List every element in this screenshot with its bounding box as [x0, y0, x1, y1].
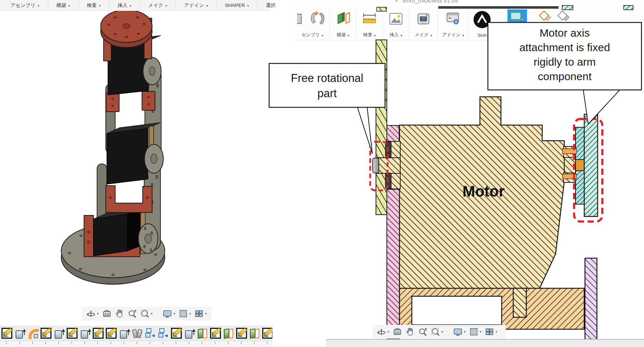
- motor-body: [400, 97, 564, 289]
- pan-icon[interactable]: [405, 327, 415, 336]
- menu-item[interactable]: 検査: [78, 0, 109, 11]
- grid-and-snaps-icon[interactable]: [469, 327, 478, 336]
- menu-item[interactable]: アセンブリ: [2, 0, 48, 11]
- window-zoom-icon[interactable]: [140, 309, 150, 318]
- servo-middle: [107, 128, 148, 184]
- timeline-feature[interactable]: [118, 326, 131, 341]
- timeline-feature-icon: [249, 328, 260, 339]
- look-at-icon[interactable]: [393, 327, 402, 336]
- timeline-feature[interactable]: [183, 326, 196, 341]
- timeline-feature[interactable]: [105, 326, 118, 341]
- svg-text:±: ±: [134, 309, 136, 313]
- surface-stitch-icon: [556, 9, 572, 25]
- free-bearing-cap: [373, 158, 379, 173]
- chevron-down-icon[interactable]: ▾: [97, 312, 99, 315]
- timeline-feature[interactable]: [261, 326, 272, 341]
- timeline-feature[interactable]: [92, 326, 105, 341]
- timeline-feature[interactable]: [248, 326, 261, 341]
- axis-hub: [576, 127, 585, 204]
- timeline-feature[interactable]: [157, 326, 170, 341]
- timeline-feature[interactable]: [39, 326, 53, 341]
- chevron-down-icon[interactable]: ▾: [205, 312, 207, 315]
- chevron-down-icon[interactable]: ▾: [480, 330, 482, 334]
- cross-section-canvas[interactable]: Free rotational part Motor axis attachme…: [268, 0, 644, 347]
- timeline-feature[interactable]: [131, 326, 144, 341]
- timeline-feature-icon: [223, 328, 234, 339]
- svg-text:>-: >-: [448, 16, 452, 20]
- timeline-feature[interactable]: [196, 326, 209, 341]
- timeline-feature[interactable]: [13, 326, 26, 341]
- svg-text:attachment is fixed: attachment is fixed: [519, 41, 610, 53]
- chevron-down-icon[interactable]: ▾: [151, 312, 153, 315]
- chevron-down-icon[interactable]: ▾: [388, 330, 389, 334]
- menu-item[interactable]: メイク: [139, 0, 175, 11]
- mid-servo-bracket: [106, 186, 152, 212]
- timeline-feature[interactable]: [66, 326, 79, 341]
- servo-bottom: [93, 214, 127, 256]
- timeline-feature[interactable]: [209, 326, 222, 341]
- highlight-axis-attachment: [574, 119, 602, 222]
- robot-arm-model[interactable]: [54, 7, 174, 312]
- viewports-icon[interactable]: [485, 327, 494, 336]
- surface-stitch-tool[interactable]: [554, 6, 573, 40]
- view-nav-toolbar-left: ▾ ± ▾ ▾ ▾ ▾: [82, 307, 212, 321]
- menu-item[interactable]: 挿入: [109, 0, 140, 11]
- menu-item[interactable]: 構築: [48, 0, 79, 11]
- chevron-down-icon: [320, 33, 323, 38]
- chevron-down-icon: [399, 33, 402, 38]
- timeline-feature[interactable]: [26, 326, 39, 341]
- chevron-down-icon[interactable]: ▾: [464, 330, 466, 334]
- orbit-icon[interactable]: [86, 309, 96, 318]
- zoom-icon[interactable]: ±: [418, 327, 427, 336]
- motor-label: Motor: [463, 183, 505, 200]
- timeline-feature[interactable]: [79, 326, 92, 341]
- chevron-down-icon: [163, 3, 167, 8]
- chevron-down-icon[interactable]: ▾: [442, 330, 443, 334]
- screw-upper: [563, 149, 577, 154]
- solid-box-icon: [297, 14, 301, 24]
- timeline-feature[interactable]: [53, 326, 66, 341]
- chevron-down-icon[interactable]: ▾: [173, 312, 175, 315]
- timeline-feature-icon: [210, 328, 221, 339]
- timeline-feature-icon: [132, 328, 143, 339]
- document-tab[interactable]: ▼5mm_thickness v1.05: [395, 0, 518, 6]
- menu-item[interactable]: SHAPER: [216, 0, 257, 11]
- toolbar-group-construct[interactable]: 構築: [330, 6, 356, 40]
- chevron-down-icon[interactable]: ▾: [495, 330, 497, 334]
- timeline-feature[interactable]: [235, 326, 248, 341]
- callout-free-line2: part: [317, 87, 337, 100]
- svg-text:±: ±: [425, 327, 427, 331]
- orbit-icon[interactable]: [377, 327, 386, 336]
- shaper-utility-icon: [473, 10, 492, 29]
- timeline-feature[interactable]: [144, 326, 157, 341]
- timeline-feature-icon: [67, 328, 78, 339]
- surface-patch-tool[interactable]: [535, 6, 554, 40]
- display-settings-icon[interactable]: [453, 327, 463, 336]
- look-at-icon[interactable]: [102, 309, 112, 318]
- timeline-ruler[interactable]: [0, 341, 272, 347]
- callout-pointer: [583, 89, 620, 124]
- toolbar-group-addins[interactable]: >- アドイン: [438, 6, 468, 40]
- timeline-feature-icon: [158, 328, 169, 339]
- active-selection-tool[interactable]: [506, 6, 529, 40]
- timeline-feature[interactable]: [0, 326, 13, 341]
- viewports-icon[interactable]: [194, 309, 204, 318]
- timeline-feature[interactable]: [222, 326, 235, 341]
- timeline-feature[interactable]: [170, 326, 183, 341]
- zoom-icon[interactable]: ±: [127, 309, 137, 318]
- toolbar-group-make[interactable]: メイク: [409, 6, 438, 40]
- toolbar-group-shaper[interactable]: SHA: [469, 6, 495, 40]
- display-settings-icon[interactable]: [163, 309, 172, 318]
- menu-item[interactable]: アドイン: [175, 0, 216, 11]
- chevron-down-icon[interactable]: ▾: [189, 312, 191, 315]
- grid-and-snaps-icon[interactable]: [179, 309, 188, 318]
- menu-item[interactable]: 選択: [257, 0, 284, 11]
- timeline-feature-icon: [106, 328, 117, 339]
- window-zoom-icon[interactable]: [431, 327, 440, 336]
- toolbar-group-label: センブリ: [301, 32, 320, 38]
- toolbar-group-assembly[interactable]: センブリ: [295, 6, 330, 40]
- bearing-ring-lower: [385, 173, 391, 189]
- pan-icon[interactable]: [115, 309, 124, 318]
- toolbar-group-inspect[interactable]: 検査: [356, 6, 382, 40]
- toolbar-group-insert[interactable]: 挿入: [383, 6, 409, 40]
